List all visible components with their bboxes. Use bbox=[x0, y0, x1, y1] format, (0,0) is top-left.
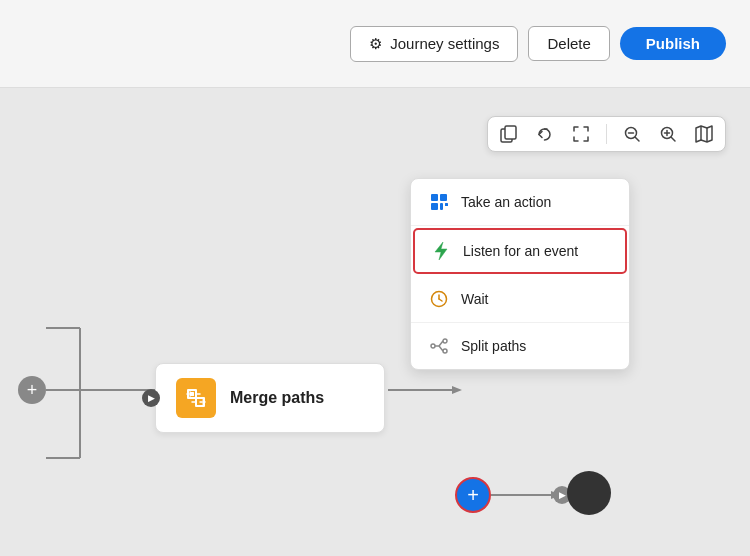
left-plus-button[interactable]: + bbox=[18, 376, 46, 404]
fit-screen-icon[interactable] bbox=[570, 123, 592, 145]
listen-event-item[interactable]: Listen for an event bbox=[413, 228, 627, 274]
svg-rect-24 bbox=[440, 203, 443, 210]
take-action-label: Take an action bbox=[461, 194, 551, 210]
journey-settings-label: Journey settings bbox=[390, 35, 499, 52]
copy-icon[interactable] bbox=[498, 123, 520, 145]
undo-icon[interactable] bbox=[534, 123, 556, 145]
canvas-area: Take an action Listen for an event Wait bbox=[0, 88, 750, 556]
toolbar-divider bbox=[606, 124, 607, 144]
merge-icon bbox=[184, 386, 208, 410]
svg-rect-21 bbox=[431, 194, 438, 201]
gear-icon: ⚙ bbox=[369, 35, 382, 53]
action-icon bbox=[429, 192, 449, 212]
listen-event-label: Listen for an event bbox=[463, 243, 578, 259]
lightning-icon bbox=[431, 241, 451, 261]
delete-label: Delete bbox=[547, 35, 590, 52]
svg-rect-25 bbox=[445, 203, 448, 206]
wait-label: Wait bbox=[461, 291, 488, 307]
map-icon[interactable] bbox=[693, 123, 715, 145]
clock-icon bbox=[429, 289, 449, 309]
split-icon bbox=[429, 336, 449, 356]
end-node bbox=[567, 471, 611, 515]
svg-line-33 bbox=[439, 341, 443, 346]
svg-marker-18 bbox=[696, 126, 712, 142]
merge-icon-box bbox=[176, 378, 216, 418]
delete-button[interactable]: Delete bbox=[528, 26, 609, 61]
merge-paths-label: Merge paths bbox=[230, 389, 324, 407]
dropdown-menu: Take an action Listen for an event Wait bbox=[410, 178, 630, 370]
svg-point-29 bbox=[431, 344, 435, 348]
svg-line-34 bbox=[439, 346, 443, 351]
zoom-out-icon[interactable] bbox=[621, 123, 643, 145]
wait-item[interactable]: Wait bbox=[411, 276, 629, 323]
merge-paths-node: ▶ Merge paths bbox=[155, 363, 385, 433]
publish-label: Publish bbox=[646, 35, 700, 52]
journey-settings-button[interactable]: ⚙ Journey settings bbox=[350, 26, 518, 62]
svg-line-15 bbox=[672, 138, 676, 142]
svg-line-28 bbox=[439, 299, 442, 301]
canvas-toolbar bbox=[487, 116, 726, 152]
svg-line-12 bbox=[636, 138, 640, 142]
svg-rect-10 bbox=[505, 126, 516, 139]
split-paths-label: Split paths bbox=[461, 338, 526, 354]
merge-connector-left: ▶ bbox=[142, 389, 160, 407]
publish-button[interactable]: Publish bbox=[620, 27, 726, 60]
svg-rect-23 bbox=[431, 203, 438, 210]
canvas-lines bbox=[0, 88, 750, 556]
take-action-item[interactable]: Take an action bbox=[411, 179, 629, 226]
svg-marker-6 bbox=[452, 386, 462, 394]
zoom-in-icon[interactable] bbox=[657, 123, 679, 145]
svg-rect-22 bbox=[440, 194, 447, 201]
split-paths-item[interactable]: Split paths bbox=[411, 323, 629, 369]
svg-point-30 bbox=[443, 339, 447, 343]
svg-point-31 bbox=[443, 349, 447, 353]
top-bar: ⚙ Journey settings Delete Publish bbox=[0, 0, 750, 88]
add-step-button[interactable]: + bbox=[455, 477, 491, 513]
